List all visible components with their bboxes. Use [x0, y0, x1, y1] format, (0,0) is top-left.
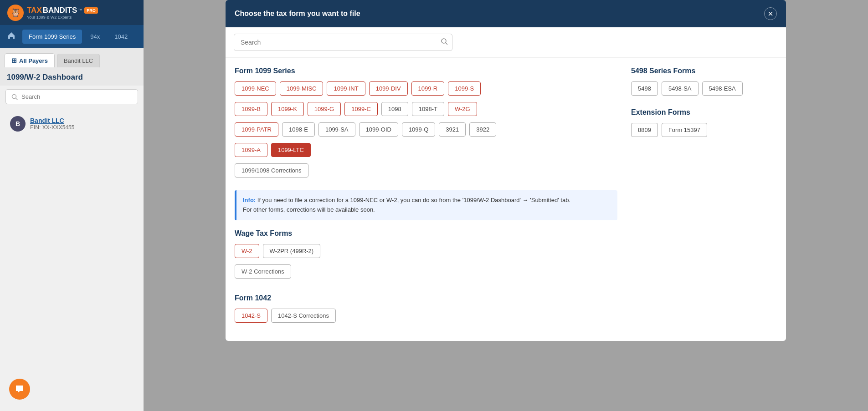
btn-8809[interactable]: 8809 [631, 123, 658, 137]
series5498-buttons: 5498 5498-SA 5498-ESA [631, 81, 777, 96]
modal-title: Choose the tax form you want to file [235, 10, 360, 18]
btn-1098-T[interactable]: 1098-T [412, 102, 444, 116]
nav-tabs: Form 1099 Series 94x 1042 [0, 25, 144, 48]
btn-5498-SA[interactable]: 5498-SA [662, 81, 699, 96]
logo-tax: TAX [27, 6, 42, 15]
list-item[interactable]: B Bandit LLC EIN: XX-XXX5455 [5, 112, 138, 135]
home-nav-icon[interactable] [2, 27, 21, 46]
tax-form-modal: Choose the tax form you want to file × [226, 0, 786, 341]
pro-badge: PRO [84, 7, 98, 14]
btn-1098[interactable]: 1098 [381, 102, 408, 116]
payer-tabs: ⊞ All Payers Bandit LLC [0, 48, 144, 67]
form1099-row2: 1099-B 1099-K 1099-G 1099-C 1098 1098-T … [235, 102, 617, 116]
btn-3922[interactable]: 3922 [469, 122, 496, 137]
payer-name[interactable]: Bandit LLC [30, 117, 74, 124]
sidebar-search-box[interactable] [5, 89, 138, 104]
payer-list: B Bandit LLC EIN: XX-XXX5455 [0, 108, 144, 411]
nav-tab-94x[interactable]: 94x [84, 30, 106, 44]
sidebar-search-input[interactable] [21, 93, 132, 100]
btn-W2G[interactable]: W-2G [448, 102, 477, 116]
modal-search-input[interactable] [234, 34, 452, 51]
wage-forms-buttons: W-2 W-2PR (499R-2) [235, 244, 617, 258]
btn-form15397[interactable]: Form 15397 [662, 123, 707, 137]
modal-body: Form 1099 Series 1099-NEC 1099-MISC 1099… [226, 58, 786, 341]
btn-w2-corrections[interactable]: W-2 Corrections [235, 264, 291, 279]
btn-3921[interactable]: 3921 [439, 122, 466, 137]
sidebar-search-icon [11, 94, 18, 100]
btn-1099-K[interactable]: 1099-K [271, 102, 304, 116]
extension-forms-section: Extension Forms 8809 Form 15397 [631, 108, 777, 137]
btn-1099-MISC[interactable]: 1099-MISC [280, 81, 324, 96]
extension-forms-buttons: 8809 Form 15397 [631, 123, 777, 137]
nav-tab-1099w2[interactable]: Form 1099 Series [22, 30, 82, 44]
svg-point-3 [442, 39, 446, 43]
btn-1098-E[interactable]: 1098-E [282, 122, 315, 137]
btn-1099-INT[interactable]: 1099-INT [327, 81, 365, 96]
series5498-section: 5498 Series Forms 5498 5498-SA 5498-ESA [631, 67, 777, 96]
wage-forms-title: Wage Tax Forms [235, 229, 617, 238]
form1099-title: Form 1099 Series [235, 67, 617, 75]
modal-search-wrap [234, 34, 452, 51]
modal-search-bar [226, 27, 786, 58]
info-box: Info: If you need to file a correction f… [235, 190, 617, 220]
dashboard-title: 1099/W-2 Dashboard [0, 67, 144, 86]
btn-1099-G[interactable]: 1099-G [308, 102, 341, 116]
form1042-section: Form 1042 1042-S 1042-S Corrections [235, 294, 617, 323]
btn-1099-R[interactable]: 1099-R [411, 81, 445, 96]
logo-tm: ™ [78, 8, 82, 12]
btn-W2PR[interactable]: W-2PR (499R-2) [263, 244, 321, 258]
form1099-row4: 1099-A 1099-LTC [235, 143, 617, 157]
form1042-buttons: 1042-S 1042-S Corrections [235, 309, 617, 323]
btn-1099-B[interactable]: 1099-B [235, 102, 267, 116]
svg-text:🦉: 🦉 [10, 8, 21, 18]
modal-search-icon [441, 38, 448, 47]
svg-point-2 [12, 94, 16, 98]
btn-1099-A[interactable]: 1099-A [235, 143, 267, 157]
info-box-text: Info: If you need to file a correction f… [243, 196, 611, 215]
btn-1099-SA[interactable]: 1099-SA [318, 122, 355, 137]
btn-W2[interactable]: W-2 [235, 244, 259, 258]
modal-close-button[interactable]: × [764, 7, 777, 20]
form1099-row1: 1099-NEC 1099-MISC 1099-INT 1099-DIV 109… [235, 81, 617, 96]
sidebar: 🦉 TAX BANDITS ™ PRO Your 1099 & W2 Exper… [0, 0, 144, 411]
avatar: B [10, 116, 26, 132]
form1099-row3: 1099-PATR 1098-E 1099-SA 1099-OID 1099-Q… [235, 122, 617, 137]
payer-tab-bandit[interactable]: Bandit LLC [57, 54, 100, 67]
btn-1099-S[interactable]: 1099-S [448, 81, 481, 96]
wage-forms-section: Wage Tax Forms W-2 W-2PR (499R-2) W-2 Co… [235, 229, 617, 285]
modal-left-panel: Form 1099 Series 1099-NEC 1099-MISC 1099… [235, 67, 617, 332]
modal-header: Choose the tax form you want to file × [226, 0, 786, 27]
form1042-title: Form 1042 [235, 294, 617, 302]
chat-button[interactable] [9, 379, 30, 400]
logo-owl-icon: 🦉 [7, 4, 24, 21]
info-text-secondary: For other forms, corrections will be ava… [243, 206, 375, 213]
nav-tab-1042[interactable]: 1042 [108, 30, 134, 44]
info-label: Info: [243, 197, 256, 203]
btn-1099-NEC[interactable]: 1099-NEC [235, 81, 276, 96]
extension-forms-title: Extension Forms [631, 108, 777, 117]
btn-1042-S[interactable]: 1042-S [235, 309, 267, 323]
modal-right-panel: 5498 Series Forms 5498 5498-SA 5498-ESA … [631, 67, 777, 332]
logo-area: 🦉 TAX BANDITS ™ PRO Your 1099 & W2 Exper… [7, 4, 98, 21]
payer-ein: EIN: XX-XXX5455 [30, 124, 74, 131]
logo-tagline: Your 1099 & W2 Experts [27, 15, 98, 20]
btn-1099-LTC[interactable]: 1099-LTC [271, 143, 311, 157]
btn-1099-PATR[interactable]: 1099-PATR [235, 122, 278, 137]
payer-info: Bandit LLC EIN: XX-XXX5455 [30, 117, 74, 131]
btn-1099-DIV[interactable]: 1099-DIV [369, 81, 408, 96]
btn-1042-S-corrections[interactable]: 1042-S Corrections [271, 309, 336, 323]
modal-overlay: Choose the tax form you want to file × [144, 0, 868, 411]
form1099-section: Form 1099 Series 1099-NEC 1099-MISC 1099… [235, 67, 617, 220]
all-payers-grid-icon: ⊞ [11, 57, 17, 64]
info-text-main: If you need to file a correction for a 1… [257, 197, 570, 203]
btn-5498[interactable]: 5498 [631, 81, 658, 96]
payer-tab-all[interactable]: ⊞ All Payers [5, 53, 55, 67]
btn-5498-ESA[interactable]: 5498-ESA [702, 81, 743, 96]
btn-1099-Q[interactable]: 1099-Q [402, 122, 435, 137]
logo-text: TAX BANDITS ™ PRO Your 1099 & W2 Experts [27, 6, 98, 20]
logo-bandits: BANDITS [43, 6, 77, 15]
btn-1099-OID[interactable]: 1099-OID [359, 122, 398, 137]
btn-1099-C[interactable]: 1099-C [344, 102, 378, 116]
sidebar-header: 🦉 TAX BANDITS ™ PRO Your 1099 & W2 Exper… [0, 0, 144, 25]
btn-1099-corrections[interactable]: 1099/1098 Corrections [235, 163, 308, 178]
